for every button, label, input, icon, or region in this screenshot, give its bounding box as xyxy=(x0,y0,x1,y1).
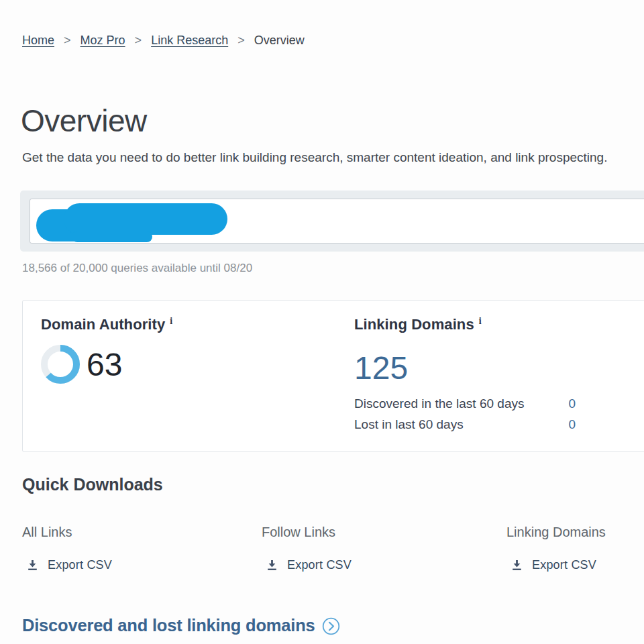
download-icon xyxy=(27,559,38,572)
linking-domains-rows: Discovered in the last 60 days 0 Lost in… xyxy=(354,393,576,435)
domain-authority-label: Domain Authority xyxy=(41,316,165,333)
linking-domains-col-label: Linking Domains xyxy=(506,525,606,540)
download-icon xyxy=(266,559,278,572)
discovered-lost-title: Discovered and lost linking domains xyxy=(22,616,315,635)
breadcrumb: Home > Moz Pro > Link Research > Overvie… xyxy=(22,34,305,48)
download-icon xyxy=(511,559,523,572)
queries-available-note: 18,566 of 20,000 queries available until… xyxy=(22,262,252,275)
export-csv-follow-links-button[interactable]: Export CSV xyxy=(266,558,352,572)
domain-authority-value: 63 xyxy=(87,346,122,383)
domain-authority-heading: Domain Authorityi xyxy=(41,316,172,333)
export-csv-linking-domains-button[interactable]: Export CSV xyxy=(511,558,606,572)
redacted-query-scribble xyxy=(72,231,152,242)
domain-authority-gauge xyxy=(40,344,80,384)
list-item: Discovered in the last 60 days 0 xyxy=(354,393,576,414)
breadcrumb-moz-pro[interactable]: Moz Pro xyxy=(80,34,125,47)
chevron-right-circle-icon[interactable] xyxy=(322,617,340,635)
breadcrumb-link-research[interactable]: Link Research xyxy=(151,34,228,47)
breadcrumb-home[interactable]: Home xyxy=(22,34,54,47)
search-input[interactable] xyxy=(30,199,644,244)
metrics-card: Domain Authorityi 63 Linking Domainsi 12… xyxy=(22,300,644,452)
discovered-60-days-value: 0 xyxy=(568,393,576,414)
export-csv-label: Export CSV xyxy=(287,558,352,572)
breadcrumb-separator: > xyxy=(135,34,142,47)
quick-downloads-title: Quick Downloads xyxy=(22,475,163,494)
linking-domains-label: Linking Domains xyxy=(354,316,474,333)
info-icon[interactable]: i xyxy=(170,316,172,326)
page-subtitle: Get the data you need to do better link … xyxy=(22,150,607,165)
breadcrumb-current: Overview xyxy=(254,34,305,47)
lost-60-days-label: Lost in last 60 days xyxy=(354,414,464,435)
info-icon[interactable]: i xyxy=(479,316,482,326)
quick-download-all-links: All Links Export CSV xyxy=(22,525,112,572)
search-panel xyxy=(20,191,644,252)
domain-authority-block: Domain Authorityi 63 xyxy=(41,316,172,384)
linking-domains-value: 125 xyxy=(354,350,576,386)
discovered-60-days-label: Discovered in the last 60 days xyxy=(354,393,524,414)
export-csv-all-links-button[interactable]: Export CSV xyxy=(27,558,112,572)
list-item: Lost in last 60 days 0 xyxy=(354,414,576,435)
all-links-label: All Links xyxy=(22,525,112,540)
lost-60-days-value: 0 xyxy=(568,414,576,435)
quick-download-linking-domains: Linking Domains Export CSV xyxy=(506,525,606,572)
redacted-query-scribble xyxy=(64,203,227,235)
linking-domains-block: Linking Domainsi 125 Discovered in the l… xyxy=(354,316,576,435)
discovered-lost-section-heading[interactable]: Discovered and lost linking domains xyxy=(22,616,340,635)
breadcrumb-separator: > xyxy=(237,34,245,47)
export-csv-label: Export CSV xyxy=(48,558,112,572)
export-csv-label: Export CSV xyxy=(532,558,596,572)
linking-domains-heading: Linking Domainsi xyxy=(354,316,576,333)
quick-download-follow-links: Follow Links Export CSV xyxy=(262,525,352,572)
page-title: Overview xyxy=(21,103,147,139)
breadcrumb-separator: > xyxy=(64,34,71,47)
follow-links-label: Follow Links xyxy=(262,525,352,540)
